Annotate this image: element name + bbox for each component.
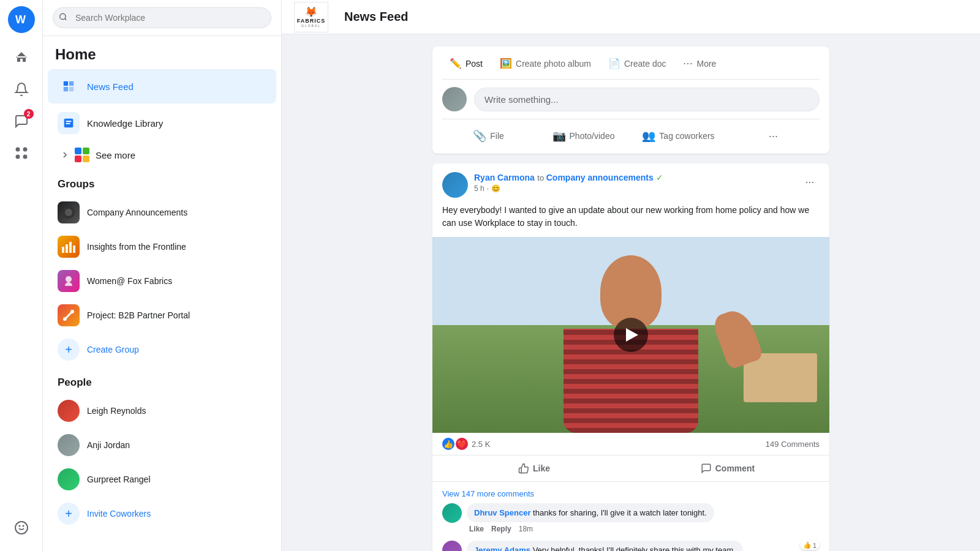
dhruv-comment-meta: Like Reply 18m [467, 522, 820, 533]
jeremy-comment-avatar [442, 541, 462, 551]
women-fox-avatar [58, 270, 80, 292]
news-feed-icon [58, 75, 80, 97]
jeremy-comment-text: Jeremy Adams Very helpful, thanks! I'll … [467, 541, 743, 551]
svg-rect-9 [64, 81, 68, 86]
logo-box: 🦊 FABRICS GLOBAL [294, 2, 328, 32]
composer-tab-more[interactable]: ⋯ More [676, 54, 723, 73]
comment-button[interactable]: Comment [631, 458, 824, 479]
notifications-nav-icon[interactable] [8, 76, 35, 103]
post-text: Hey everybody! I wanted to give an updat… [432, 204, 829, 237]
reaction-icons: 👍 ❤️ [442, 438, 468, 450]
dhruv-comment-bubble: Dhruv Spencer thanks for sharing, I'll g… [467, 503, 820, 533]
composer-placeholder: Write something... [484, 94, 559, 105]
create-doc-tab-icon: 📄 [608, 58, 620, 69]
sidebar-item-anji-jordan[interactable]: Anji Jordan [48, 429, 276, 461]
composer-more-options-button[interactable]: ··· [727, 126, 820, 146]
sidebar-item-insights-frontline[interactable]: Insights from the Frontline [48, 231, 276, 263]
post-time: 5 h [474, 184, 484, 193]
like-button-icon [518, 463, 529, 474]
composer-text-input[interactable]: Write something... [474, 88, 820, 111]
sidebar-item-knowledge-library[interactable]: Knowledge Library [48, 106, 276, 140]
post-separator: · [487, 184, 489, 193]
apps-nav-icon[interactable] [8, 140, 35, 167]
post-author-name[interactable]: Ryan Carmona [474, 173, 535, 182]
like-button[interactable]: Like [437, 458, 631, 479]
sidebar-item-news-feed[interactable]: News Feed [48, 69, 276, 103]
composer-user-avatar [442, 87, 467, 111]
post-header: Ryan Carmona to Company announcements ✓ … [432, 163, 829, 204]
comment-reaction-badge: 👍 1 [800, 541, 820, 550]
composer-tab-create-doc[interactable]: 📄 Create doc [601, 54, 673, 73]
fox-icon: 🦊 [305, 6, 317, 18]
jeremy-comment-body: Very helpful, thanks! I'll definitely sh… [533, 545, 736, 551]
knowledge-library-icon [58, 112, 80, 134]
dhruv-comment-avatar [442, 503, 462, 523]
main-header: 🦊 FABRICS GLOBAL News Feed [282, 0, 980, 34]
search-input[interactable] [53, 7, 271, 28]
sidebar-item-women-fox[interactable]: Women@ Fox Fabrics [48, 265, 276, 297]
photo-video-icon: 📷 [552, 129, 566, 143]
reactions-count: 2.5 K [472, 440, 490, 449]
sidebar-item-company-announcements[interactable]: Company Announcements [48, 197, 276, 228]
composer-photo-video-button[interactable]: 📷 Photo/video [537, 126, 630, 146]
play-button[interactable] [614, 318, 648, 352]
sidebar-item-project-b2b[interactable]: Project: B2B Partner Portal [48, 299, 276, 331]
gurpreet-rangel-label: Gurpreet Rangel [87, 474, 151, 484]
composer-tab-post[interactable]: ✏️ Post [442, 54, 490, 73]
post-meta: 5 h · 😊 [474, 184, 663, 193]
composer-input-row: Write something... [442, 87, 820, 111]
search-bar [43, 0, 281, 36]
svg-rect-21 [73, 246, 75, 253]
women-fox-label: Women@ Fox Fabrics [87, 276, 172, 286]
invite-coworkers-button[interactable]: + Invite Coworkers [48, 498, 276, 530]
svg-rect-20 [69, 242, 72, 253]
app-logo[interactable]: W [8, 6, 35, 33]
sidebar-item-leigh-reynolds[interactable]: Leigh Reynolds [48, 395, 276, 427]
composer-file-button[interactable]: 📎 File [442, 126, 535, 146]
composer-tag-coworkers-button[interactable]: 👥 Tag coworkers [632, 126, 725, 146]
gurpreet-rangel-avatar [58, 468, 80, 490]
more-tab-label: More [696, 59, 716, 69]
dhruv-reply-button[interactable]: Reply [491, 525, 511, 533]
post-reactions: 👍 ❤️ 2.5 K 149 Comments [432, 433, 829, 455]
sidebar-item-see-more[interactable]: See more [48, 143, 276, 167]
svg-point-22 [66, 276, 72, 282]
chevron-right-icon [58, 148, 72, 162]
svg-rect-12 [69, 87, 74, 91]
icon-bar: W 2 [0, 0, 43, 551]
love-reaction-icon: ❤️ [456, 438, 468, 450]
reactions-left: 👍 ❤️ 2.5 K [442, 438, 490, 450]
dhruv-like-button[interactable]: Like [469, 525, 484, 533]
svg-point-3 [15, 155, 20, 159]
messages-badge: 2 [24, 109, 34, 119]
company-logo: 🦊 FABRICS GLOBAL [294, 2, 334, 32]
svg-point-2 [23, 148, 27, 152]
post-video[interactable] [432, 237, 829, 433]
logo-global-text: GLOBAL [301, 24, 321, 28]
dhruv-author-name[interactable]: Dhruv Spencer [474, 508, 530, 517]
create-group-plus-icon: + [58, 339, 80, 361]
insights-frontline-avatar [58, 236, 80, 258]
view-more-comments-button[interactable]: View 147 more comments [442, 487, 820, 503]
file-label: File [490, 131, 504, 141]
post-more-options-button[interactable]: ··· [800, 172, 820, 192]
video-scene [432, 237, 829, 433]
like-button-label: Like [533, 463, 550, 473]
svg-point-25 [70, 310, 74, 313]
svg-point-4 [23, 155, 27, 159]
project-b2b-avatar [58, 304, 80, 326]
post-destination[interactable]: Company announcements [546, 173, 654, 182]
create-group-button[interactable]: + Create Group [48, 334, 276, 365]
more-options-icon: ··· [769, 130, 778, 143]
invite-plus-icon: + [58, 503, 80, 525]
photo-album-tab-label: Create photo album [516, 59, 591, 69]
emoji-nav-icon[interactable] [8, 519, 35, 546]
jeremy-author-name[interactable]: Jeremy Adams [474, 545, 530, 551]
home-nav-icon[interactable] [8, 44, 35, 71]
comment-item: Jeremy Adams Very helpful, thanks! I'll … [442, 541, 820, 551]
messages-nav-icon[interactable]: 2 [8, 108, 35, 135]
composer-tab-photo-album[interactable]: 🖼️ Create photo album [492, 54, 598, 73]
post-actions: Like Comment [432, 455, 829, 482]
post-comments: View 147 more comments Dhruv Spencer tha… [432, 482, 829, 551]
sidebar-item-gurpreet-rangel[interactable]: Gurpreet Rangel [48, 463, 276, 495]
